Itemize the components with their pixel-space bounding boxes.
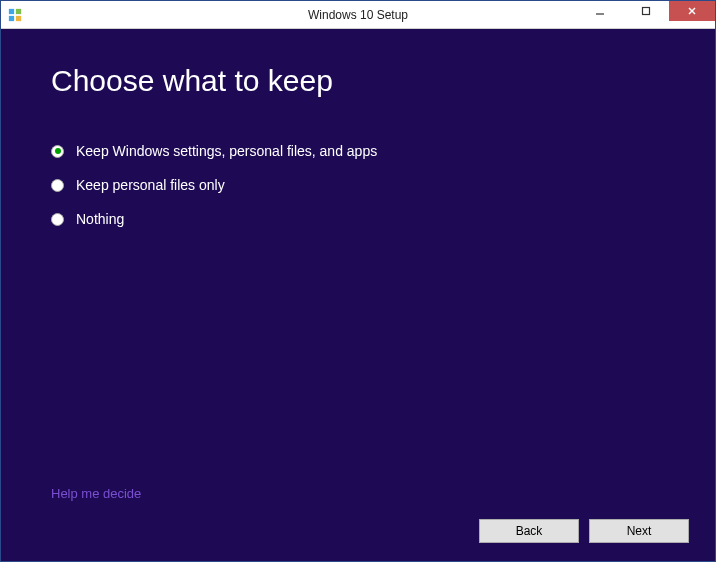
option-label: Keep Windows settings, personal files, a…	[76, 143, 377, 159]
svg-rect-0	[9, 8, 14, 13]
radio-icon	[51, 179, 64, 192]
content-area: Choose what to keep Keep Windows setting…	[1, 29, 715, 561]
option-label: Nothing	[76, 211, 124, 227]
app-icon	[7, 7, 23, 23]
option-keep-everything[interactable]: Keep Windows settings, personal files, a…	[51, 143, 665, 159]
page-title: Choose what to keep	[51, 64, 665, 98]
close-button[interactable]	[669, 1, 715, 21]
help-me-decide-link[interactable]: Help me decide	[51, 486, 141, 501]
option-nothing[interactable]: Nothing	[51, 211, 665, 227]
svg-rect-5	[643, 8, 650, 15]
svg-rect-3	[16, 15, 21, 20]
window-title: Windows 10 Setup	[308, 8, 408, 22]
option-label: Keep personal files only	[76, 177, 225, 193]
next-button[interactable]: Next	[589, 519, 689, 543]
option-keep-files-only[interactable]: Keep personal files only	[51, 177, 665, 193]
titlebar: Windows 10 Setup	[1, 1, 715, 29]
svg-rect-2	[9, 15, 14, 20]
radio-icon	[51, 145, 64, 158]
button-row: Back Next	[479, 519, 689, 543]
radio-icon	[51, 213, 64, 226]
maximize-button[interactable]	[623, 1, 669, 21]
back-button[interactable]: Back	[479, 519, 579, 543]
window-controls	[577, 1, 715, 28]
setup-window: Windows 10 Setup Choose what to keep Kee…	[0, 0, 716, 562]
svg-rect-1	[16, 8, 21, 13]
options-group: Keep Windows settings, personal files, a…	[51, 143, 665, 227]
minimize-button[interactable]	[577, 1, 623, 21]
